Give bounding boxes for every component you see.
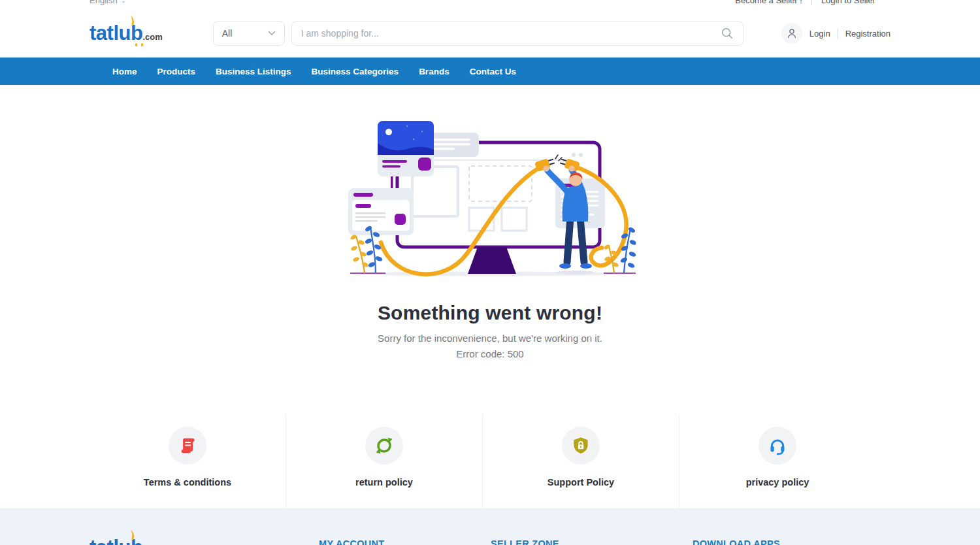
scroll-icon	[178, 436, 197, 455]
error-illustration	[345, 114, 636, 278]
nav-item-contact-us[interactable]: Contact Us	[470, 67, 516, 76]
error-title: Something went wrong!	[0, 302, 980, 324]
nav-item-products[interactable]: Products	[157, 67, 196, 76]
main-navigation: Home Products Business Listings Business…	[0, 58, 980, 85]
support-policy-label[interactable]: Support Policy	[483, 477, 679, 487]
nav-item-business-categories[interactable]: Business Categories	[312, 67, 399, 76]
nav-item-home[interactable]: Home	[112, 67, 137, 76]
user-avatar[interactable]	[781, 23, 802, 44]
error-code: Error code: 500	[0, 348, 980, 359]
language-label: English	[90, 0, 118, 5]
nav-item-business-listings[interactable]: Business Listings	[216, 67, 291, 76]
search-input[interactable]	[301, 28, 721, 39]
become-seller-link[interactable]: Become a Seller !	[735, 0, 802, 5]
return-icon-button[interactable]	[365, 427, 403, 465]
feature-privacy-policy: privacy policy	[679, 415, 875, 508]
footer-logo[interactable]: tatlub	[90, 536, 142, 545]
feature-return-policy: return policy	[286, 415, 482, 508]
user-icon	[785, 27, 798, 40]
chevron-down-icon	[268, 31, 276, 36]
category-selected-value: All	[222, 28, 233, 39]
shield-lock-icon	[571, 436, 591, 455]
refresh-icon	[374, 435, 395, 456]
footer: tatlub MY ACCOUNT SELLER ZONE DOWNLOAD A…	[0, 508, 980, 545]
search-bar	[291, 21, 743, 46]
search-icon[interactable]	[721, 27, 734, 40]
site-logo[interactable]: tatlub.com	[90, 22, 163, 45]
login-link[interactable]: Login	[809, 29, 830, 39]
support-icon-button[interactable]	[562, 427, 600, 465]
login-seller-link[interactable]: Login to Seller	[821, 0, 875, 5]
terms-icon-button[interactable]	[169, 427, 206, 465]
footer-heading-my-account: MY ACCOUNT	[319, 538, 384, 545]
topbar: English ⌄ Become a Seller ! Login to Sel…	[0, 0, 980, 9]
feature-support-policy: Support Policy	[482, 415, 679, 508]
category-select[interactable]: All	[213, 21, 285, 46]
registration-link[interactable]: Registration	[845, 29, 890, 39]
error-page-content: Something went wrong! Sorry for the inco…	[0, 114, 980, 359]
footer-heading-seller-zone: SELLER ZONE	[491, 538, 559, 545]
privacy-policy-label[interactable]: privacy policy	[679, 477, 875, 487]
logo-text: tatlub	[90, 22, 142, 44]
nav-item-brands[interactable]: Brands	[419, 67, 449, 76]
divider	[811, 0, 812, 5]
footer-logo-text: tatlub	[90, 536, 142, 545]
policy-links-row: Terms & conditions return policy Support…	[90, 415, 875, 508]
footer-heading-download-apps: DOWNLOAD APPS	[693, 538, 780, 545]
chevron-down-icon: ⌄	[121, 0, 126, 4]
logo-suffix: .com	[142, 32, 162, 42]
language-selector[interactable]: English ⌄	[90, 0, 126, 5]
privacy-icon-button[interactable]	[759, 427, 796, 465]
header: tatlub.com All Login Registration	[0, 9, 980, 58]
error-subtitle: Sorry for the inconvenience, but we're w…	[0, 333, 980, 344]
headset-icon	[768, 436, 787, 455]
return-policy-label[interactable]: return policy	[286, 477, 482, 487]
terms-label[interactable]: Terms & conditions	[90, 477, 286, 487]
divider	[838, 29, 838, 39]
feature-terms: Terms & conditions	[90, 415, 286, 508]
